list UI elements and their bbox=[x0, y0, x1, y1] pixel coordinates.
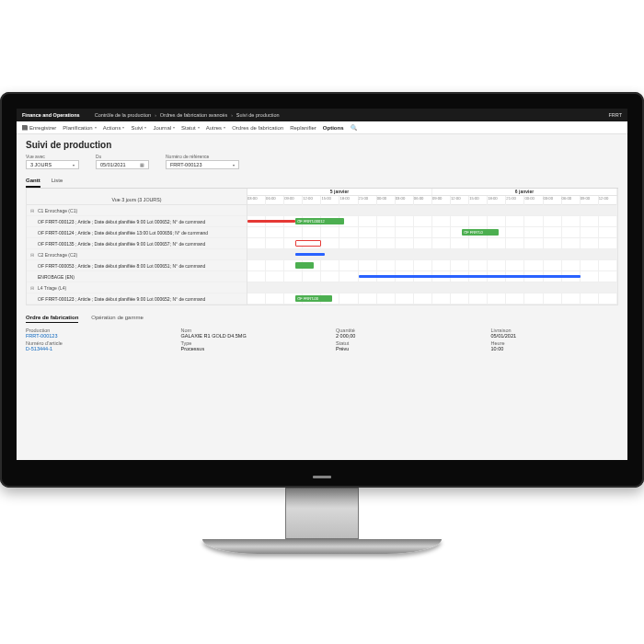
chevron-down-icon: ▾ bbox=[233, 163, 235, 167]
calendar-icon: ▦ bbox=[140, 162, 144, 167]
ribbon-autres[interactable]: Autres▾ bbox=[206, 125, 225, 131]
ribbon-suivi[interactable]: Suivi▾ bbox=[131, 125, 146, 131]
chevron-down-icon: ▾ bbox=[95, 125, 97, 130]
reference-label: Numéro de référence bbox=[166, 154, 239, 159]
tab-gantt[interactable]: Gantt bbox=[26, 175, 40, 188]
chevron-down-icon: ▾ bbox=[224, 125, 225, 130]
gantt-chart: Vue 3 jours (3 JOURS) ⊟C1 Enrochage (C1)… bbox=[26, 189, 618, 305]
gantt-task-row[interactable]: OF FRRT-000124 ; Article ; Date début pl… bbox=[27, 227, 247, 238]
save-icon bbox=[22, 125, 28, 131]
gantt-bar[interactable] bbox=[295, 240, 321, 247]
crumb-3[interactable]: Suivi de production bbox=[236, 112, 280, 118]
chevron-down-icon: ▾ bbox=[144, 125, 146, 130]
gantt-timeline[interactable]: 5 janvier6 janvier 03:0006:0009:0012:001… bbox=[247, 189, 617, 305]
gantt-bar[interactable] bbox=[295, 262, 314, 269]
collapse-icon[interactable]: ⊟ bbox=[30, 252, 36, 258]
collapse-icon[interactable]: ⊟ bbox=[30, 208, 36, 213]
top-bar: Finance and Operations Contrôle de la pr… bbox=[17, 109, 627, 121]
ribbon-journal[interactable]: Journal▾ bbox=[153, 125, 175, 131]
from-date-label: Du bbox=[96, 154, 149, 159]
gantt-timeline-row bbox=[247, 260, 617, 271]
collapse-icon[interactable]: ⊟ bbox=[30, 285, 36, 291]
crumb-1[interactable]: Contrôle de la production bbox=[95, 112, 151, 118]
gantt-row-label: C2 Enrochage (C2) bbox=[38, 252, 77, 258]
view-tabs: Gantt Liste bbox=[26, 175, 618, 189]
gantt-timeline-row: OF FRRT-00 bbox=[247, 293, 617, 305]
from-date-field: Du 05/01/2021▦ bbox=[96, 154, 149, 169]
gantt-bar[interactable]: OF FRRT-00 bbox=[295, 295, 332, 302]
legal-entity[interactable]: FRRT bbox=[608, 112, 622, 118]
gantt-bar[interactable]: OF FRRT-00012 bbox=[295, 218, 343, 224]
gantt-row-label: OF FRRT-000124 ; Article ; Date début pl… bbox=[38, 230, 208, 236]
gantt-group-row[interactable]: ⊟C2 Enrochage (C2) bbox=[27, 249, 247, 260]
breadcrumb[interactable]: Contrôle de la production › Ordres de fa… bbox=[95, 112, 280, 118]
gantt-timeline-row bbox=[247, 271, 617, 282]
gantt-left-header: Vue 3 jours (3 JOURS) bbox=[27, 189, 247, 205]
app-brand: Finance and Operations bbox=[22, 112, 80, 118]
gantt-timeline-row bbox=[247, 238, 617, 249]
ribbon-planification[interactable]: Planification▾ bbox=[63, 125, 96, 131]
chevron-down-icon: ▾ bbox=[173, 125, 175, 130]
crumb-2[interactable]: Ordres de fabrication avancés bbox=[160, 112, 227, 118]
gantt-bar[interactable] bbox=[295, 253, 325, 256]
reference-select[interactable]: FRRT-000123▾ bbox=[166, 160, 239, 169]
gantt-row-label: OF FRRT-000053 ; Article ; Date début pl… bbox=[38, 263, 205, 269]
gantt-task-row[interactable]: OF FRRT-000053 ; Article ; Date début pl… bbox=[27, 260, 247, 271]
gantt-task-row[interactable]: OF FRRT-000123 ; Article ; Date début pl… bbox=[27, 216, 247, 227]
val-type: Processus bbox=[181, 346, 309, 351]
filter-bar: Vue avec 3 JOURS▾ Du 05/01/2021▦ Numéro … bbox=[26, 154, 618, 169]
app-screen: Finance and Operations Contrôle de la pr… bbox=[17, 109, 627, 460]
gantt-row-label: OF FRRT-000123 ; Article ; Date début pl… bbox=[38, 296, 205, 302]
tab-liste[interactable]: Liste bbox=[52, 175, 63, 188]
page-title: Suivi de production bbox=[26, 140, 618, 150]
view-with-field: Vue avec 3 JOURS▾ bbox=[26, 154, 79, 169]
chevron-down-icon: ▾ bbox=[122, 125, 124, 130]
ribbon-options[interactable]: Options bbox=[323, 125, 344, 131]
gantt-timeline-row bbox=[247, 282, 617, 293]
val-article[interactable]: D-513444-1 bbox=[26, 346, 154, 351]
gantt-task-row[interactable]: OF FRRT-000135 ; Article ; Date début pl… bbox=[27, 238, 247, 249]
gantt-bar[interactable] bbox=[359, 275, 581, 278]
detail-tab-order[interactable]: Ordre de fabrication bbox=[26, 313, 78, 323]
detail-panel: Ordre de fabrication Opération de gamme … bbox=[26, 313, 618, 351]
search-icon[interactable]: 🔍 bbox=[351, 124, 357, 131]
gantt-timeline-row bbox=[247, 249, 617, 260]
action-ribbon: Enregistrer Planification▾ Actions▾ Suiv… bbox=[17, 121, 627, 134]
detail-tab-operation[interactable]: Opération de gamme bbox=[91, 313, 143, 323]
gantt-timeline-row bbox=[247, 205, 617, 216]
chevron-right-icon: › bbox=[231, 112, 233, 118]
val-statut: Prévu bbox=[336, 346, 464, 351]
gantt-bar[interactable] bbox=[247, 220, 295, 223]
view-with-select[interactable]: 3 JOURS▾ bbox=[26, 160, 79, 169]
val-nom: GALAXIE R1 GOLD D4.5MG bbox=[181, 333, 309, 339]
view-with-label: Vue avec bbox=[26, 154, 79, 159]
ribbon-replanifier[interactable]: Replanifier bbox=[290, 125, 316, 131]
val-heure: 10:00 bbox=[491, 346, 619, 351]
gantt-bar[interactable]: OF FRRT-0 bbox=[462, 229, 499, 236]
gantt-row-label: OF FRRT-000135 ; Article ; Date début pl… bbox=[38, 241, 205, 247]
gantt-group-row[interactable]: ⊟L4 Triage (L4) bbox=[27, 282, 247, 293]
chevron-down-icon: ▾ bbox=[73, 163, 75, 167]
gantt-task-row[interactable]: ENROBAGE (EN) bbox=[27, 271, 247, 282]
gantt-row-label: L4 Triage (L4) bbox=[38, 285, 66, 291]
val-qty: 2 000,00 bbox=[336, 333, 464, 339]
gantt-row-headers: Vue 3 jours (3 JOURS) ⊟C1 Enrochage (C1)… bbox=[27, 189, 247, 305]
save-button[interactable]: Enregistrer bbox=[22, 125, 56, 131]
gantt-row-label: C1 Enrochage (C1) bbox=[38, 208, 77, 213]
gantt-group-row[interactable]: ⊟C1 Enrochage (C1) bbox=[27, 205, 247, 216]
gantt-task-row[interactable]: OF FRRT-000123 ; Article ; Date début pl… bbox=[27, 293, 247, 305]
val-livraison: 05/01/2021 bbox=[491, 333, 619, 339]
reference-field: Numéro de référence FRRT-000123▾ bbox=[166, 154, 239, 169]
ribbon-statut[interactable]: Statut▾ bbox=[181, 125, 200, 131]
ribbon-ordres[interactable]: Ordres de fabrication bbox=[232, 125, 283, 131]
ribbon-actions[interactable]: Actions▾ bbox=[103, 125, 125, 131]
chevron-down-icon: ▾ bbox=[198, 125, 200, 130]
gantt-row-label: ENROBAGE (EN) bbox=[38, 274, 75, 280]
gantt-timeline-row: OF FRRT-0 bbox=[247, 227, 617, 238]
val-production[interactable]: FRRT-000123 bbox=[26, 333, 154, 339]
chevron-right-icon: › bbox=[155, 112, 156, 118]
gantt-timeline-row: OF FRRT-00012 bbox=[247, 216, 617, 227]
from-date-input[interactable]: 05/01/2021▦ bbox=[96, 160, 149, 169]
gantt-row-label: OF FRRT-000123 ; Article ; Date début pl… bbox=[38, 219, 205, 224]
